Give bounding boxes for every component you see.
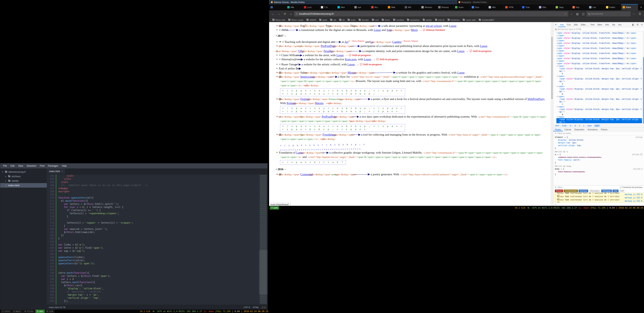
hamburger-menu-icon[interactable]: ☰ — [637, 11, 642, 16]
close-icon[interactable]: ✕ — [640, 23, 644, 26]
window-title-tab[interactable]: Biography - Mozilla Firefox — [457, 0, 644, 4]
breadcrumb-item[interactable]: ul — [574, 124, 576, 127]
css-declaration[interactable]: vertical-align: top; — [555, 144, 642, 147]
markup-row[interactable]: </span> — [556, 75, 642, 77]
css-declaration[interactable]: font-family: serif; — [555, 159, 642, 161]
tree-item[interactable]: ▸oldsite — [0, 179, 47, 183]
browser-tab[interactable]: Jcam — [454, 4, 470, 10]
bookmark-item[interactable]: Rssrc Luuse — [287, 18, 305, 22]
menu-item[interactable]: View — [16, 164, 25, 167]
menu-item[interactable]: Packages — [46, 164, 60, 167]
bookmark-item[interactable]: wwwahou — [406, 18, 421, 22]
workspace-button[interactable]: 1:chro — [1, 310, 11, 313]
bookmark-item[interactable]: fonderies — [446, 18, 461, 22]
console-input[interactable]: » — [553, 203, 644, 206]
minimap[interactable] — [259, 174, 268, 305]
tree-item[interactable]: index.html — [0, 183, 47, 188]
console-filter-chip[interactable]: Débogage — [601, 189, 612, 192]
sidebar-icon[interactable]: ◫ — [581, 11, 586, 16]
back-button[interactable]: ← — [271, 11, 276, 16]
browser-tab[interactable]: Les — [588, 4, 604, 10]
sidebar-tab[interactable]: Animations — [586, 128, 599, 131]
breadcrumb-item[interactable]: body — [561, 124, 567, 127]
project-link[interactable]: Murit — [411, 28, 418, 31]
devtools-tab[interactable]: Mém — [596, 22, 604, 27]
markup-row[interactable]: e — [556, 93, 642, 95]
breadcrumb-item[interactable]: span — [594, 124, 600, 127]
devtools-tab[interactable]: Perf — [589, 22, 596, 27]
project-link[interactable]: erg art school — [426, 24, 442, 27]
markup-row[interactable]: <span style="display: inline-block; marg… — [556, 77, 642, 83]
project-link[interactable]: Luuse — [364, 58, 371, 61]
project-link[interactable]: Cambre — [392, 40, 402, 43]
grammar-indicator[interactable]: HTML — [253, 306, 259, 309]
markup-row[interactable]: a — [556, 113, 642, 116]
breadcrumb-item[interactable]: span — [586, 124, 593, 127]
tree-item[interactable]: ▸archives — [0, 174, 47, 179]
browser-tab[interactable]: La b — [302, 4, 320, 10]
markup-row[interactable]: o — [556, 72, 642, 75]
project-link[interactable]: WebPrintParty — [528, 97, 544, 101]
markup-row[interactable]: <span style="display: inline-block; marg… — [556, 88, 642, 93]
breadcrumb-item[interactable]: a — [582, 124, 585, 127]
bookmark-item[interactable]: zik — [329, 18, 337, 22]
markup-row[interactable]: <span style="display: inline-block; tran… — [556, 52, 642, 55]
markup-row[interactable]: r — [556, 103, 642, 105]
devtools-tab[interactable]: Rés — [604, 22, 610, 27]
css-declaration[interactable]: margin-top: 1px; — [555, 142, 642, 144]
persist-logs-toggle[interactable]: Conserver les journaux — [620, 186, 642, 188]
workspace-button[interactable]: 3:mail — [12, 310, 22, 313]
bookmark-item[interactable]: ANRW — [305, 18, 318, 22]
download-icon[interactable]: ↓ — [569, 11, 574, 16]
project-link[interactable]: Luuse — [336, 54, 344, 57]
console-filter-chip[interactable]: Avertissements — [564, 189, 578, 192]
project-link[interactable]: Art — [344, 40, 348, 43]
rule-source-link[interactable]: inline:2 — [633, 168, 642, 170]
sidebar-tab[interactable]: Règles — [553, 128, 563, 131]
bookmark-item[interactable]: CambreMEP — [478, 18, 496, 22]
markup-row[interactable]: <span style="display: inline-block; tran… — [556, 37, 642, 39]
workspace-button[interactable]: 5:dev — [36, 310, 45, 313]
sidebar-tab[interactable]: Calcule — [563, 128, 573, 131]
markup-row[interactable]: </span> — [556, 60, 642, 62]
cursor-position[interactable]: index.html 91:78 — [49, 306, 65, 309]
bookmark-item[interactable]: recettes — [392, 18, 405, 22]
markup-row[interactable]: <span style="display: inline-block; tran… — [556, 42, 642, 44]
bookmark-item[interactable]: pads — [318, 18, 328, 22]
checkbox[interactable] — [620, 187, 622, 188]
project-link[interactable]: Luuse — [374, 28, 381, 31]
source-link[interactable]: markup.js:331:6 — [625, 193, 642, 195]
breadcrumb-item[interactable]: b — [578, 124, 581, 127]
markup-row[interactable]: </span> — [556, 49, 642, 52]
devtools-tab[interactable]: Acc — [617, 22, 624, 27]
markup-row[interactable]: </span> — [556, 44, 642, 47]
bookmark-star-icon[interactable]: ☆ — [564, 12, 566, 15]
home-button[interactable]: ⌂ — [288, 11, 294, 16]
rule-source-link[interactable]: inline — [636, 136, 642, 139]
code-area[interactable]: </ul> </li> </ul> <!-- <small>I swear th… — [56, 174, 259, 305]
menu-item[interactable]: Edit — [8, 164, 16, 167]
workspace-button[interactable]: 6:zik — [45, 310, 54, 313]
browser-tab[interactable]: Tran — [521, 4, 538, 10]
browser-tab[interactable]: Jasp — [554, 4, 571, 10]
css-declaration[interactable]: font-family: monospace; — [555, 170, 642, 173]
bookmark-item[interactable]: voir — [370, 18, 380, 22]
console-filter-chip[interactable]: XHR — [619, 189, 625, 192]
reload-button[interactable]: ⟳ — [282, 11, 288, 16]
console-filter-chip[interactable]: Informations — [589, 189, 601, 192]
bookmark-item[interactable]: livres — [380, 18, 392, 22]
markup-row[interactable]: <span style="display: inline-block; tran… — [556, 57, 642, 60]
warning-indicator[interactable]: ⚠ 1 — [262, 306, 266, 309]
workspace-button[interactable]: 4:files — [23, 310, 35, 313]
markup-row[interactable]: </span> — [556, 39, 642, 42]
workspace-button[interactable]: 7:web — [270, 206, 279, 209]
devtools-tab[interactable]: Insp — [558, 22, 566, 27]
browser-tab[interactable]: Hist — [487, 4, 504, 10]
markup-row[interactable]: </span> — [556, 65, 642, 67]
forward-button[interactable]: → — [276, 11, 282, 16]
html-search-input[interactable] — [558, 28, 642, 30]
menu-item[interactable]: File — [1, 164, 8, 167]
browser-tab[interactable]: 7 hi — [320, 4, 336, 10]
project-link[interactable]: Luuse — [480, 44, 487, 47]
source-link[interactable]: markup.js:331:6 — [625, 200, 642, 202]
